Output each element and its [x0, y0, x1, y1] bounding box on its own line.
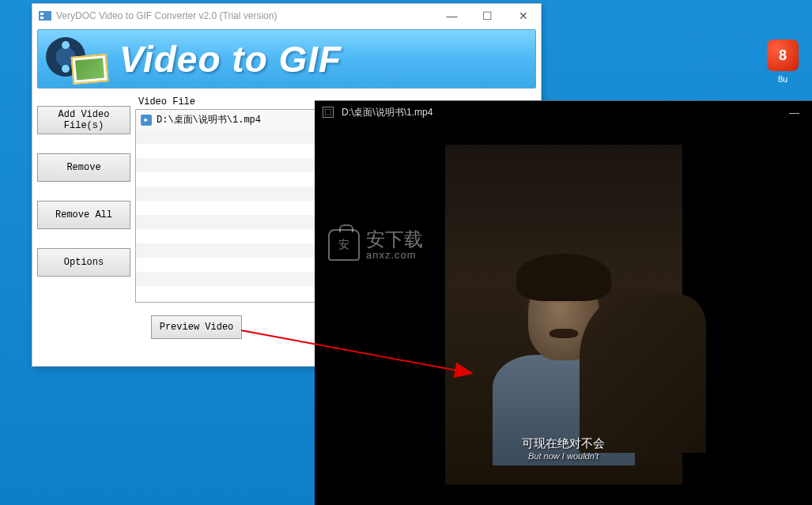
lock-icon: 安 [328, 229, 360, 261]
converter-title: VeryDOC Video to GIF Converter v2.0 (Tri… [56, 10, 434, 21]
watermark-en: anxz.com [366, 250, 423, 261]
subtitle-cn: 可现在绝对不会 [445, 436, 682, 451]
app-icon [39, 9, 51, 22]
desktop-shortcut-icon: 8 [767, 40, 799, 71]
converter-titlebar[interactable]: VeryDOC Video to GIF Converter v2.0 (Tri… [32, 4, 541, 28]
preview-minimize-button[interactable]: — [776, 101, 812, 123]
subtitle-overlay: 可现在绝对不会 But now I wouldn't [445, 436, 682, 461]
file-path: D:\桌面\说明书\1.mp4 [157, 113, 261, 126]
banner-title: Video to GIF [119, 38, 342, 81]
preview-titlebar[interactable]: D:\桌面\说明书\1.mp4 — [315, 101, 812, 123]
watermark-overlay: 安 安下载 anxz.com [328, 229, 423, 262]
svg-rect-1 [40, 13, 43, 15]
app-banner: Video to GIF [37, 29, 536, 89]
preview-video-button[interactable]: Preview Video [151, 315, 242, 339]
desktop-shortcut[interactable]: 8 8u [763, 40, 803, 84]
video-frame: 可现在绝对不会 But now I wouldn't [445, 145, 682, 484]
media-player-icon [323, 107, 334, 118]
minimize-button[interactable]: — [434, 4, 470, 28]
video-file-icon: ▶ [141, 115, 152, 126]
close-button[interactable]: ✕ [505, 4, 541, 28]
sidebar: Add Video File(s) Remove Remove All Opti… [37, 95, 130, 303]
preview-title: D:\桌面\说明书\1.mp4 [342, 106, 432, 119]
maximize-button[interactable]: ☐ [470, 4, 505, 28]
preview-window: D:\桌面\说明书\1.mp4 — 可现在绝对不会 But now I woul… [315, 100, 812, 505]
app-logo-icon [44, 36, 108, 83]
desktop-shortcut-label: 8u [763, 74, 803, 84]
svg-rect-2 [40, 17, 43, 19]
remove-button[interactable]: Remove [37, 153, 130, 182]
watermark-cn: 安下载 [366, 229, 423, 250]
svg-rect-0 [39, 11, 51, 21]
preview-window-controls: — [776, 101, 812, 123]
add-video-files-button[interactable]: Add Video File(s) [37, 106, 130, 134]
options-button[interactable]: Options [37, 248, 130, 277]
converter-window-controls: — ☐ ✕ [434, 4, 541, 28]
svg-rect-5 [325, 109, 331, 115]
subtitle-en: But now I wouldn't [445, 451, 682, 461]
remove-all-button[interactable]: Remove All [37, 201, 130, 229]
video-playback-area[interactable]: 可现在绝对不会 But now I wouldn't [315, 123, 812, 505]
